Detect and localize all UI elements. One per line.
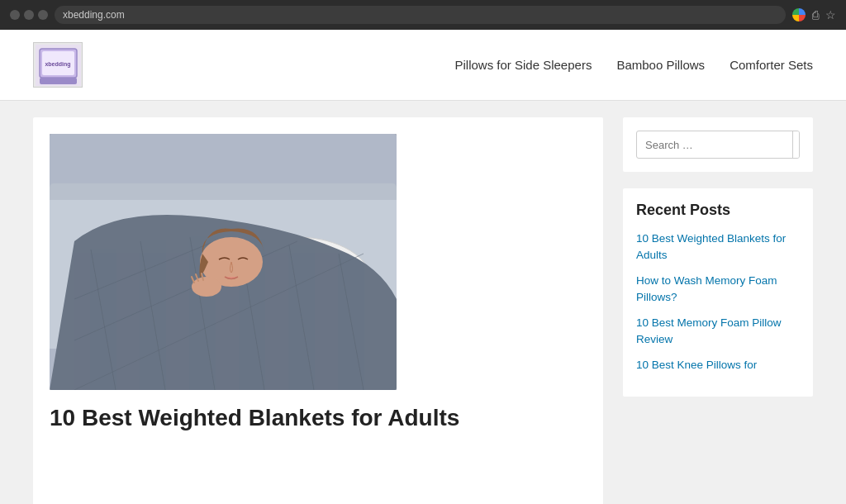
recent-post-4[interactable]: 10 Best Knee Pillows for — [636, 357, 800, 373]
share-icon[interactable]: ⎙ — [812, 8, 819, 21]
recent-posts-title: Recent Posts — [636, 202, 800, 219]
browser-chrome: xbedding.com ⎙ ☆ — [0, 0, 846, 30]
url-text: xbedding.com — [63, 9, 125, 21]
recent-post-1[interactable]: 10 Best Weighted Blankets for Adults — [636, 231, 800, 263]
recent-post-3[interactable]: 10 Best Memory Foam Pillow Review — [636, 315, 800, 347]
browser-dots — [10, 10, 48, 20]
article-title: 10 Best Weighted Blankets for Adults — [50, 403, 587, 433]
svg-text:xbedding: xbedding — [45, 61, 70, 68]
star-icon[interactable]: ☆ — [825, 8, 836, 21]
browser-dot-1 — [10, 10, 20, 20]
site-header: xbedding Pillows for Side Sleepers Bambo… — [0, 30, 846, 101]
sidebar: 🔍 Recent Posts 10 Best Weighted Blankets… — [623, 117, 813, 504]
nav-comforter-sets[interactable]: Comforter Sets — [730, 58, 813, 72]
search-button[interactable]: 🔍 — [792, 131, 800, 158]
search-widget: 🔍 — [623, 117, 813, 172]
recent-post-2[interactable]: How to Wash Memory Foam Pillows? — [636, 273, 800, 305]
svg-point-20 — [192, 277, 221, 297]
browser-dot-3 — [38, 10, 48, 20]
svg-rect-4 — [40, 78, 77, 84]
page-body: 10 Best Weighted Blankets for Adults 🔍 R… — [0, 101, 846, 504]
search-box: 🔍 — [636, 131, 800, 159]
nav-pillows-side-sleepers[interactable]: Pillows for Side Sleepers — [454, 58, 592, 72]
main-content: 10 Best Weighted Blankets for Adults — [33, 117, 603, 504]
article-image — [50, 134, 397, 390]
main-nav: Pillows for Side Sleepers Bamboo Pillows… — [454, 58, 813, 72]
site-logo[interactable]: xbedding — [33, 42, 83, 88]
search-input[interactable] — [637, 132, 792, 158]
browser-icons: ⎙ ☆ — [792, 8, 836, 21]
google-icon[interactable] — [792, 8, 806, 21]
recent-posts-widget: Recent Posts 10 Best Weighted Blankets f… — [623, 188, 813, 397]
nav-bamboo-pillows[interactable]: Bamboo Pillows — [616, 58, 705, 72]
browser-dot-2 — [24, 10, 34, 20]
address-bar[interactable]: xbedding.com — [55, 6, 786, 24]
